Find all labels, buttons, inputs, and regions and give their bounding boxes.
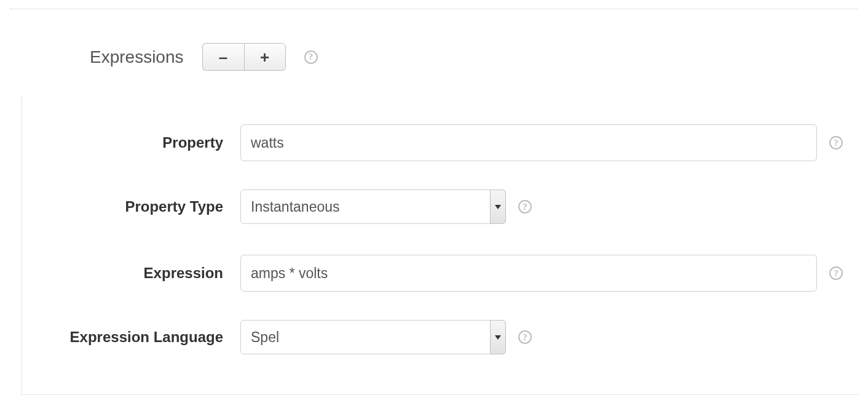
row-property-type: Property Type Instantaneous ? [22, 190, 858, 224]
row-expression: Expression ? [22, 255, 858, 292]
input-expression[interactable] [240, 255, 817, 292]
add-expression-button[interactable]: + [244, 43, 286, 71]
help-icon[interactable]: ? [829, 136, 843, 150]
label-property-type: Property Type [22, 198, 240, 215]
section-title: Expressions [90, 47, 184, 67]
select-property-type[interactable]: Instantaneous [240, 190, 506, 224]
help-icon[interactable]: ? [304, 50, 318, 64]
row-expression-language: Expression Language Spel ? [22, 320, 858, 354]
label-expression: Expression [22, 265, 240, 282]
help-icon[interactable]: ? [518, 330, 532, 344]
label-property: Property [22, 134, 240, 151]
remove-expression-button[interactable]: – [202, 43, 244, 71]
section-header: Expressions – + ? [90, 43, 318, 71]
help-icon[interactable]: ? [829, 266, 843, 280]
label-expression-language: Expression Language [22, 329, 240, 346]
expression-panel: Property ? Property Type Instantaneous ? [22, 96, 858, 395]
add-remove-button-group: – + [202, 43, 286, 71]
input-property[interactable] [240, 124, 817, 161]
help-icon[interactable]: ? [518, 200, 532, 213]
form-canvas: Expressions – + ? Property ? Property Ty… [0, 0, 868, 395]
top-divider [10, 9, 858, 9]
select-expression-language-wrap: Spel [240, 320, 506, 354]
select-expression-language[interactable]: Spel [240, 320, 506, 354]
row-property: Property ? [22, 124, 858, 161]
select-property-type-wrap: Instantaneous [240, 190, 506, 224]
